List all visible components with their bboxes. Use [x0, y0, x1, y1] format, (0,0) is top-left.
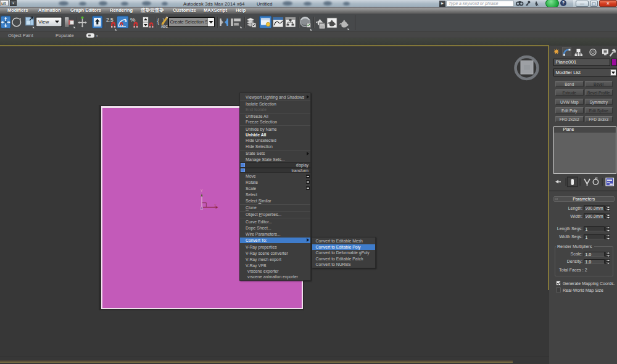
svg-text:Y: Y	[201, 189, 203, 192]
svg-text:{: {	[157, 17, 160, 25]
svg-text:View: View	[38, 19, 49, 25]
svg-text:ABC: ABC	[161, 25, 168, 28]
svg-text:%: %	[130, 16, 136, 23]
svg-text:2.5: 2.5	[106, 17, 114, 23]
svg-text:X: X	[214, 204, 217, 207]
svg-text:Create Selection Se: Create Selection Se	[170, 19, 211, 25]
